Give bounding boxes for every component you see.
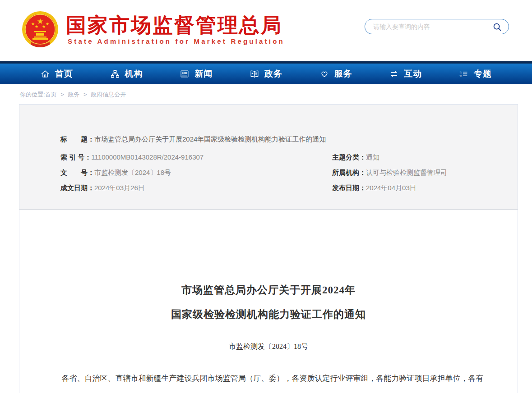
home-icon (40, 69, 50, 79)
site-header: ★★★★★ 国家市场监督管理总局 State Administration fo… (0, 0, 532, 61)
meta-value-index-no: 11100000MB0143028R/2024-916307 (91, 153, 204, 161)
nav-label: 专题 (474, 68, 492, 80)
breadcrumb-prefix: 你的位置: (20, 91, 45, 98)
svg-text:☆: ☆ (459, 74, 463, 78)
meta-value-publish-date: 2024年04月03日 (366, 184, 416, 192)
nav-item-interaction[interactable]: 互动 (389, 68, 422, 80)
news-icon (180, 69, 190, 79)
meta-value-category: 通知 (366, 153, 379, 161)
nav-label: 服务 (334, 68, 352, 80)
svg-text:★: ★ (31, 22, 35, 26)
nav-label: 互动 (404, 68, 422, 80)
document-title: 市场监管总局办公厅关于开展2024年 国家级检验检测机构能力验证工作的通知 (19, 278, 518, 327)
nav-item-topics[interactable]: ☆☆ 专题 (459, 68, 492, 80)
sitemap-icon (110, 69, 120, 79)
nav-item-home[interactable]: 首页 (40, 68, 73, 80)
document-number: 市监检测发〔2024〕18号 (19, 342, 518, 352)
nav-label: 新闻 (194, 68, 213, 80)
meta-row-category: 主题分类：通知 (332, 150, 518, 165)
meta-value-written-date: 2024年03月26日 (94, 184, 145, 192)
meta-label-index-no: 索 引 号： (60, 153, 91, 161)
breadcrumb-info-disclosure[interactable]: 政府信息公开 (91, 91, 126, 98)
document-title-line2: 国家级检验检测机构能力验证工作的通知 (19, 302, 518, 327)
nav-label: 机构 (125, 68, 143, 80)
meta-value-title: 市场监管总局办公厅关于开展2024年国家级检验检测机构能力验证工作的通知 (94, 135, 326, 143)
nav-label: 政务 (264, 68, 282, 80)
meta-value-doc-no: 市监检测发〔2024〕18号 (94, 169, 171, 176)
breadcrumb-home[interactable]: 首页 (45, 91, 57, 98)
document-meta-section: 标 题：市场监管总局办公厅关于开展2024年国家级检验检测机构能力验证工作的通知… (19, 105, 518, 210)
meta-row-index-no: 索 引 号：11100000MB0143028R/2024-916307 (60, 150, 332, 165)
main-nav: 首页 机构 新闻 ★ 政务 服务 互动 ☆☆ 专题 (0, 61, 532, 84)
site-title: 国家市场监督管理总局 (66, 12, 282, 39)
breadcrumb-separator: > (83, 91, 87, 98)
nav-label: 首页 (55, 68, 73, 80)
national-emblem-icon: ★★★★★ (21, 11, 59, 49)
content-panel: 标 题：市场监管总局办公厅关于开展2024年国家级检验检测机构能力验证工作的通知… (19, 104, 518, 393)
meta-label-doc-no: 文 号： (60, 169, 94, 176)
site-subtitle: State Administration for Market Regulati… (68, 37, 285, 45)
search-input[interactable] (373, 23, 491, 30)
heart-icon (319, 69, 329, 79)
meta-row-agency: 所属机构：认可与检验检测监督管理司 (332, 165, 518, 180)
meta-label-publish-date: 发布日期： (332, 184, 366, 192)
meta-grid: 标 题：市场监管总局办公厅关于开展2024年国家级检验检测机构能力验证工作的通知… (60, 132, 518, 196)
swap-arrows-icon (389, 69, 399, 79)
search-icon (492, 22, 502, 32)
svg-text:★: ★ (46, 22, 49, 26)
meta-row-written-date: 成文日期：2024年03月26日 (60, 180, 332, 196)
meta-row-doc-no: 文 号：市监检测发〔2024〕18号 (60, 165, 332, 180)
breadcrumb: 你的位置:首页 > 政务 > 政府信息公开 (20, 91, 532, 99)
meta-label-category: 主题分类： (332, 153, 366, 161)
nav-item-services[interactable]: 服务 (319, 68, 352, 80)
nav-item-organization[interactable]: 机构 (110, 68, 143, 80)
search-button[interactable] (491, 21, 503, 32)
svg-text:★: ★ (42, 24, 46, 29)
document-paragraph: 各省、自治区、直辖市和新疆生产建设兵团市场监管局（厅、委），各资质认定行业评审组… (46, 369, 491, 393)
document-body-section: 市场监管总局办公厅关于开展2024年 国家级检验检测机构能力验证工作的通知 市监… (19, 210, 518, 393)
document-title-line1: 市场监管总局办公厅关于开展2024年 (19, 278, 518, 302)
topics-list-icon: ☆☆ (459, 69, 469, 79)
meta-row-publish-date: 发布日期：2024年04月03日 (332, 180, 518, 196)
svg-text:★: ★ (251, 72, 254, 75)
search-box[interactable] (365, 19, 509, 34)
nav-item-government-affairs[interactable]: ★ 政务 (250, 68, 282, 80)
meta-value-agency: 认可与检验检测监督管理司 (366, 169, 447, 176)
nav-item-news[interactable]: 新闻 (180, 68, 213, 80)
gov-book-icon: ★ (250, 69, 259, 79)
meta-row-title: 标 题：市场监管总局办公厅关于开展2024年国家级检验检测机构能力验证工作的通知 (60, 132, 518, 147)
meta-label-title: 标 题： (60, 135, 94, 143)
breadcrumb-gov[interactable]: 政务 (68, 91, 79, 98)
svg-text:★: ★ (35, 24, 38, 29)
meta-label-written-date: 成文日期： (60, 184, 94, 192)
breadcrumb-separator: > (60, 91, 64, 98)
meta-label-agency: 所属机构： (332, 169, 366, 176)
